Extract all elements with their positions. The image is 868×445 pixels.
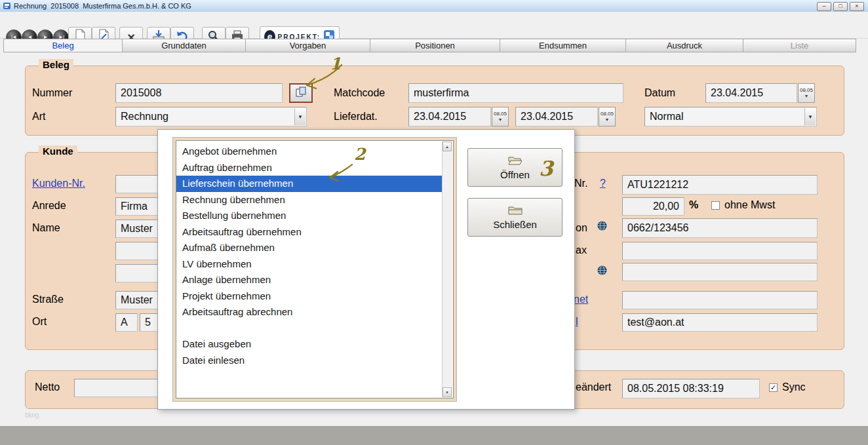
mwst-field[interactable]: 20,00 — [622, 197, 684, 216]
window-controls: – □ × — [817, 2, 864, 11]
tab-liste: Liste — [743, 39, 856, 52]
watermark: bkng — [25, 412, 39, 419]
uid-help-link[interactable]: ? — [600, 178, 606, 189]
datum-field[interactable]: 23.04.2015 — [705, 83, 797, 103]
chevron-down-icon[interactable]: ▼ — [294, 108, 306, 125]
percent-label: % — [689, 199, 698, 211]
scroll-up-button[interactable]: ▲ — [443, 142, 452, 151]
strasse-label: Straße — [32, 294, 64, 305]
netto-label: Netto — [35, 381, 60, 393]
list-item[interactable]: Arbeitsauftrag abrechnen — [176, 304, 443, 320]
geaendert-label: eändert — [576, 381, 611, 393]
list-item[interactable]: Projekt übernehmen — [176, 288, 443, 305]
beleg-panel-caption: Beleg — [39, 59, 73, 70]
telefax-label: ax — [576, 244, 587, 256]
lieferdatum-label: Lieferdat. — [334, 111, 378, 123]
copy-pages-icon — [296, 87, 307, 100]
art-combobox[interactable]: Rechnung ▼ — [115, 107, 307, 126]
list-item[interactable]: Angebot übernehmen — [176, 144, 443, 160]
uebernehmen-list: Angebot übernehmen Auftrag übernehmen Li… — [176, 140, 454, 398]
art-label: Art — [32, 111, 45, 123]
email-field[interactable]: test@aon.at — [622, 313, 818, 332]
nummer-field[interactable]: 2015008 — [115, 83, 283, 103]
land-field[interactable]: A — [115, 313, 138, 332]
sync-label: Sync — [782, 381, 806, 393]
list-item[interactable]: Datei ausgeben — [176, 336, 443, 353]
open-folder-icon — [507, 155, 523, 168]
belegtyp-value: Normal — [650, 111, 684, 123]
lieferdatum-bis-calendar-button[interactable]: 08.05 ▼ — [599, 107, 616, 126]
uebernehmen-listframe: Angebot übernehmen Auftrag übernehmen Li… — [172, 137, 457, 402]
telefon-label: on — [576, 222, 587, 234]
geaendert-field: 08.05.2015 08:33:19 — [622, 379, 760, 398]
list-item[interactable]: Bestellung übernehmen — [176, 208, 443, 224]
chevron-down-icon: ▼ — [804, 94, 809, 99]
today-hint: 08.05 — [601, 111, 614, 117]
internet-field[interactable] — [622, 291, 818, 309]
today-hint: 08.05 — [494, 111, 507, 117]
kunde-panel-caption: Kunde — [39, 145, 77, 157]
list-item[interactable]: Auftrag übernehmen — [176, 160, 443, 176]
tab-grunddaten[interactable]: Grunddaten — [122, 39, 246, 52]
oeffnen-button[interactable]: Öffnen — [467, 148, 562, 187]
list-item — [176, 320, 443, 337]
globe-icon[interactable] — [597, 221, 607, 231]
ohne-mwst-label: ohne Mwst — [724, 199, 775, 211]
mobil-field[interactable] — [622, 263, 818, 281]
tab-vorgaben[interactable]: Vorgaben — [245, 39, 370, 52]
email-link[interactable]: l — [576, 316, 578, 328]
tab-ausdruck[interactable]: Ausdruck — [625, 39, 743, 52]
art-value: Rechnung — [121, 111, 168, 123]
nummer-label: Nummer — [32, 87, 72, 99]
belegtyp-combobox[interactable]: Normal ▼ — [644, 107, 817, 126]
list-item[interactable]: Lieferschein übernehmen — [176, 176, 443, 192]
uebernehmen-popup: Angebot übernehmen Auftrag übernehmen Li… — [157, 129, 575, 410]
uid-field[interactable]: ATU1221212 — [622, 175, 818, 195]
lieferdatum-bis-field[interactable]: 23.04.2015 — [515, 107, 598, 126]
name-label: Name — [32, 222, 60, 234]
anrede-label: Anrede — [32, 200, 66, 212]
app-window: Rechnung 2015008 Musterfirma Ges.m.b.H. … — [0, 0, 868, 445]
beleg-panel: Beleg Nummer 2015008 Matchcode musterfir… — [25, 66, 844, 136]
list-item[interactable]: Arbeitsauftrag übernehmen — [176, 224, 443, 241]
ort-label: Ort — [32, 316, 47, 328]
oeffnen-label: Öffnen — [500, 169, 530, 180]
list-item[interactable]: Anlage übernehmen — [176, 272, 443, 288]
sync-checkbox[interactable]: ✓ — [769, 383, 778, 392]
netto-field[interactable] — [74, 379, 158, 397]
close-button[interactable]: × — [850, 2, 864, 11]
list-item[interactable]: Aufmaß übernehmen — [176, 240, 443, 256]
kundennr-link[interactable]: Kunden-Nr. — [32, 178, 85, 189]
globe-icon[interactable] — [597, 265, 607, 275]
scroll-down-button[interactable]: ▼ — [443, 387, 452, 397]
chevron-down-icon: ▼ — [605, 117, 610, 123]
chevron-down-icon: ▼ — [498, 117, 503, 123]
ohne-mwst-checkbox[interactable] — [711, 201, 720, 210]
maximize-button[interactable]: □ — [833, 2, 848, 11]
datum-calendar-button[interactable]: 08.05 ▼ — [798, 83, 815, 103]
tab-endsummen[interactable]: Endsummen — [500, 39, 626, 52]
today-hint: 08.05 — [800, 87, 813, 94]
list-item[interactable]: LV übernehmen — [176, 256, 443, 273]
chevron-down-icon[interactable]: ▼ — [804, 108, 816, 125]
tab-beleg[interactable]: Beleg — [3, 39, 123, 52]
schliessen-button[interactable]: Schließen — [467, 198, 562, 237]
uebernehmen-button[interactable] — [289, 83, 313, 103]
matchcode-field[interactable]: musterfirma — [408, 83, 623, 103]
window-title: Rechnung 2015008 Musterfirma Ges.m.b.H. … — [14, 2, 191, 10]
telefon-field[interactable]: 0662/123456 — [622, 218, 818, 238]
list-item[interactable]: Datei einlesen — [176, 353, 443, 369]
matchcode-label: Matchcode — [334, 87, 385, 99]
internet-link[interactable]: net — [574, 294, 588, 305]
tab-positionen[interactable]: Positionen — [370, 39, 500, 52]
schliessen-label: Schließen — [493, 219, 537, 230]
lieferdatum-von-calendar-button[interactable]: 08.05 ▼ — [492, 107, 509, 126]
minimize-button[interactable]: – — [817, 2, 831, 11]
lieferdatum-von-field[interactable]: 23.04.2015 — [408, 107, 491, 126]
closed-folder-icon — [507, 205, 523, 218]
telefax-field[interactable] — [622, 242, 818, 260]
list-scrollbar[interactable]: ▲ ▼ — [442, 142, 452, 397]
list-item[interactable]: Rechnung übernehmen — [176, 192, 443, 208]
uid-label: Nr. — [574, 178, 587, 189]
titlebar: Rechnung 2015008 Musterfirma Ges.m.b.H. … — [0, 0, 868, 12]
